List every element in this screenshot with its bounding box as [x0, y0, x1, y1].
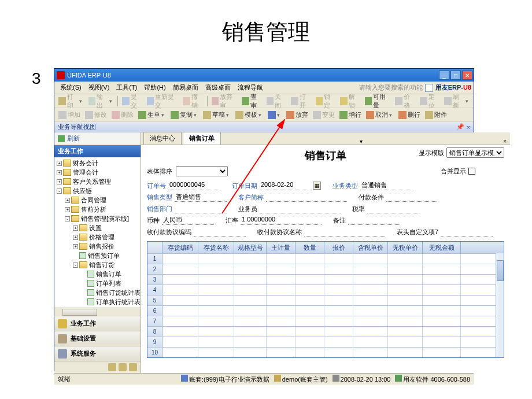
tb-change[interactable]: 变更: [311, 110, 337, 120]
tb-refresh[interactable]: 刷新▾: [442, 92, 471, 110]
col-header[interactable]: 报价: [324, 242, 353, 253]
col-header[interactable]: 主计量: [267, 242, 295, 253]
val-biz-type[interactable]: 普通销售: [360, 181, 412, 190]
accordion-system[interactable]: 系统服务: [54, 346, 141, 361]
tb-submit[interactable]: 提交: [120, 92, 144, 110]
nav-close-icon[interactable]: ×: [467, 124, 470, 131]
tree-node[interactable]: +价格管理: [54, 232, 141, 242]
col-header[interactable]: 含税单价: [353, 242, 388, 253]
tree-node[interactable]: 订单列表: [54, 279, 141, 288]
tb-print[interactable]: 打印▾: [57, 92, 86, 110]
tree-node[interactable]: +设置: [54, 223, 141, 232]
sort-select[interactable]: [176, 166, 228, 176]
val-rate[interactable]: 1.00000000: [241, 216, 322, 225]
tb-open-doc[interactable]: 打开: [289, 92, 313, 110]
tb-abandon-audit[interactable]: 放弃审: [210, 92, 239, 110]
tree-node[interactable]: 销售预订单: [54, 251, 141, 260]
val-customer[interactable]: [266, 193, 347, 202]
tb-locate[interactable]: 定位: [418, 92, 442, 110]
tab-dropdown-icon[interactable]: ▾: [360, 138, 363, 145]
tree-node[interactable]: -销售订货: [54, 260, 141, 269]
grid-row[interactable]: 4: [147, 285, 504, 295]
tb-resubmit[interactable]: 重新提交: [145, 92, 180, 110]
val-agree-name[interactable]: [304, 227, 385, 237]
accordion-business[interactable]: 业务工作: [54, 316, 141, 331]
tree-node[interactable]: 订单执行统计表: [54, 297, 141, 306]
tool-icon-1[interactable]: [108, 363, 116, 371]
tree-node[interactable]: +售前分析: [54, 205, 141, 214]
grid-vscrollbar[interactable]: [496, 253, 504, 357]
tool-icon-3[interactable]: [129, 363, 137, 371]
val-payment[interactable]: [386, 193, 438, 202]
tb-close-doc[interactable]: 关闭: [265, 92, 289, 110]
tb-copy[interactable]: 复制▾: [169, 110, 200, 120]
tab-sales-order[interactable]: 销售订单: [183, 132, 221, 145]
grid-row[interactable]: 8: [147, 326, 504, 337]
val-udf7[interactable]: [441, 227, 493, 237]
tree-node[interactable]: +合同管理: [54, 195, 141, 205]
col-header[interactable]: 数量: [295, 242, 324, 253]
merge-checkbox[interactable]: [468, 168, 475, 175]
tree-node[interactable]: +管理会计: [54, 168, 141, 177]
tree-node[interactable]: +客户关系管理: [54, 177, 141, 186]
tb-delete[interactable]: 删除: [110, 110, 135, 120]
val-order-no[interactable]: 0000000045: [168, 181, 220, 190]
val-agree-no[interactable]: [194, 227, 246, 237]
val-memo[interactable]: [348, 216, 400, 225]
tree-node[interactable]: +财务会计: [54, 158, 141, 168]
tb-generate[interactable]: 生单▾: [136, 110, 168, 120]
tb-unlock[interactable]: 解锁: [338, 92, 362, 110]
tab-message-center[interactable]: 消息中心: [143, 132, 182, 145]
tool-icon-2[interactable]: [119, 363, 127, 371]
grid-row[interactable]: 3: [147, 274, 504, 285]
tab-close-icon[interactable]: ×: [503, 138, 507, 145]
col-header[interactable]: 存货名称: [198, 242, 234, 253]
search-dropdown-icon[interactable]: [425, 84, 433, 92]
minimize-button[interactable]: _: [439, 71, 449, 80]
tb-export[interactable]: 输出▾: [87, 92, 116, 110]
tb-audit[interactable]: 查审: [240, 92, 264, 110]
tb-add-row[interactable]: 增行: [338, 110, 363, 120]
tree-node[interactable]: -销售管理[演示版]: [54, 214, 141, 223]
col-header[interactable]: 存货编码: [162, 242, 198, 253]
display-template-select[interactable]: 销售订单显示模版: [446, 147, 504, 158]
date-picker-icon[interactable]: ▦: [313, 182, 321, 190]
tree-node[interactable]: 销售订单: [54, 269, 141, 279]
tree-node[interactable]: +销售报价: [54, 242, 141, 251]
pin-icon[interactable]: 📌: [456, 123, 464, 131]
refresh-button[interactable]: 刷新: [54, 132, 141, 145]
tb-del-row[interactable]: 删行: [397, 110, 422, 120]
tb-attachment[interactable]: 附件: [423, 110, 449, 120]
accordion-basic[interactable]: 基础设置: [54, 331, 141, 346]
close-button[interactable]: ✕: [462, 71, 472, 80]
grid-row[interactable]: 9: [147, 337, 504, 347]
val-sale-type[interactable]: 普通销售: [175, 193, 227, 202]
val-tax[interactable]: [367, 204, 419, 213]
grid-row[interactable]: 10: [147, 347, 504, 357]
tb-edit[interactable]: 修改: [83, 110, 109, 120]
grid-row[interactable]: 5: [147, 295, 504, 305]
val-staff[interactable]: [260, 204, 341, 213]
tb-price[interactable]: 价格: [393, 92, 417, 110]
tb-add[interactable]: 增加: [57, 110, 82, 120]
tb-discard[interactable]: 放弃: [285, 110, 310, 120]
tb-save[interactable]: ▾: [266, 110, 283, 120]
col-header[interactable]: 无税金额: [423, 242, 461, 253]
col-header[interactable]: 规格型号: [234, 242, 267, 253]
tb-lock[interactable]: 锁定: [314, 92, 338, 110]
grid-row[interactable]: 2: [147, 264, 504, 274]
val-order-date[interactable]: 2008-02-20: [260, 181, 312, 190]
grid-row[interactable]: 1: [147, 253, 504, 264]
tree-hscrollbar[interactable]: [54, 308, 141, 316]
tree-node[interactable]: 销售订货统计表: [54, 288, 141, 297]
maximize-button[interactable]: □: [450, 71, 461, 80]
search-placeholder[interactable]: 请输入您要搜索的功能: [359, 83, 423, 92]
col-header[interactable]: 无税单价: [388, 242, 423, 253]
grid-row[interactable]: 6: [147, 305, 504, 316]
tb-cancel[interactable]: 取消▾: [364, 110, 396, 120]
tb-available[interactable]: 可用量: [363, 92, 393, 110]
grid-row[interactable]: 7: [147, 316, 504, 326]
tb-revoke[interactable]: 撤销: [181, 92, 205, 110]
tb-draft[interactable]: 草稿▾: [201, 110, 232, 120]
tb-template[interactable]: 模板▾: [234, 110, 265, 120]
